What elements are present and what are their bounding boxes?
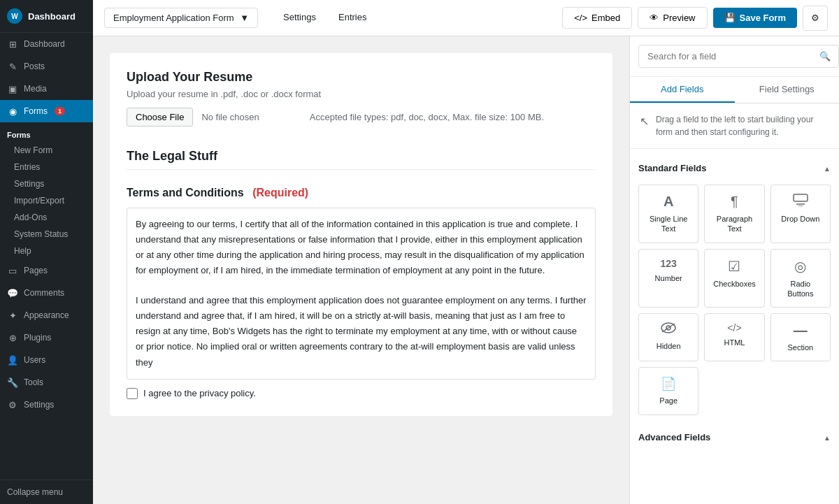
appearance-icon: ✦ xyxy=(7,310,18,321)
dashboard-icon: ⊞ xyxy=(7,38,18,50)
topbar: Employment Application Form ▼ Settings E… xyxy=(93,0,839,36)
privacy-checkbox[interactable] xyxy=(127,388,138,399)
sidebar-logo-label: Dashboard xyxy=(28,11,76,22)
tab-entries[interactable]: Entries xyxy=(327,8,378,28)
preview-label: Preview xyxy=(663,13,695,23)
accepted-types-text: Accepted file types: pdf, doc, docx, Max… xyxy=(310,112,544,122)
panel-hint: ↖ Drag a field to the left to start buil… xyxy=(630,103,839,149)
drag-hint-icon: ↖ xyxy=(640,115,649,128)
sidebar-sub-entries[interactable]: Entries xyxy=(0,159,93,175)
terms-textarea[interactable]: By agreeing to our terms, I certify that… xyxy=(127,208,596,380)
standard-fields-header: Standard Fields xyxy=(638,157,831,179)
embed-button[interactable]: </> Embed xyxy=(562,7,632,29)
save-icon: 💾 xyxy=(724,13,736,23)
sidebar-item-appearance[interactable]: ✦ Appearance xyxy=(0,304,93,326)
field-hidden[interactable]: Hidden xyxy=(638,313,698,361)
sidebar-sub-help[interactable]: Help xyxy=(0,243,93,259)
field-paragraph[interactable]: ¶ Paragraph Text xyxy=(704,185,764,243)
sidebar-sub-import-export[interactable]: Import/Export xyxy=(0,192,93,209)
field-number[interactable]: 123 Number xyxy=(638,249,698,308)
tab-settings[interactable]: Settings xyxy=(272,8,327,28)
svg-line-5 xyxy=(662,324,675,332)
posts-icon: ✎ xyxy=(7,61,18,72)
radio-icon: ◎ xyxy=(794,258,806,275)
svg-rect-0 xyxy=(794,194,808,201)
checkboxes-icon: ☑ xyxy=(728,258,740,275)
form-selector-dropdown[interactable]: Employment Application Form ▼ xyxy=(104,8,258,28)
sidebar-item-label: Tools xyxy=(24,377,43,387)
save-label: Save Form xyxy=(740,13,786,23)
standard-fields-grid: A Single Line Text ¶ Paragraph Text xyxy=(638,185,831,415)
upload-title: Upload Your Resume xyxy=(127,70,596,85)
tools-icon: 🔧 xyxy=(7,377,18,388)
tab-field-settings[interactable]: Field Settings xyxy=(735,77,840,103)
forms-section-title: Forms xyxy=(0,122,93,142)
wp-logo-icon: W xyxy=(7,8,22,24)
topbar-settings-gear[interactable]: ⚙ xyxy=(803,6,828,31)
hidden-icon xyxy=(661,322,676,337)
hint-text: Drag a field to the left to start buildi… xyxy=(656,113,829,138)
gear-icon: ⚙ xyxy=(811,13,819,23)
sidebar-item-label: Pages xyxy=(24,266,48,275)
page-label: Page xyxy=(659,396,677,405)
field-single-line[interactable]: A Single Line Text xyxy=(638,185,698,243)
embed-label: Embed xyxy=(591,13,620,23)
fields-panel: 🔍 Add Fields Field Settings ↖ Drag a fie… xyxy=(629,36,839,504)
sidebar-sub-add-ons[interactable]: Add-Ons xyxy=(0,209,93,226)
field-html[interactable]: </> HTML xyxy=(704,313,764,361)
collapse-menu-button[interactable]: Collapse menu xyxy=(0,480,93,504)
forms-icon: ◉ xyxy=(7,106,18,117)
sidebar-item-dashboard[interactable]: ⊞ Dashboard xyxy=(0,33,93,55)
sidebar-item-plugins[interactable]: ⊕ Plugins xyxy=(0,326,93,349)
sidebar-item-label: Posts xyxy=(24,62,45,71)
sidebar-item-forms[interactable]: ◉ Forms 1 xyxy=(0,100,93,122)
sidebar: W Dashboard ⊞ Dashboard ✎ Posts ▣ Media … xyxy=(0,0,93,504)
advanced-fields-collapse-icon[interactable] xyxy=(824,432,831,442)
field-section[interactable]: — Section xyxy=(770,313,831,361)
sidebar-logo[interactable]: W Dashboard xyxy=(0,0,93,33)
html-icon: </> xyxy=(727,322,741,333)
field-radio[interactable]: ◎ Radio Buttons xyxy=(770,249,831,308)
sidebar-item-media[interactable]: ▣ Media xyxy=(0,78,93,100)
sidebar-item-label: Comments xyxy=(24,288,64,298)
pages-icon: ▭ xyxy=(7,265,18,276)
sidebar-item-comments[interactable]: 💬 Comments xyxy=(0,282,93,304)
upload-description: Upload your resume in .pdf, .doc or .doc… xyxy=(127,89,596,99)
field-checkboxes[interactable]: ☑ Checkboxes xyxy=(704,249,764,308)
sidebar-sub-system-status[interactable]: System Status xyxy=(0,226,93,243)
field-dropdown[interactable]: Drop Down xyxy=(770,185,831,243)
field-page[interactable]: 📄 Page xyxy=(638,367,698,415)
sidebar-sub-new-form[interactable]: New Form xyxy=(0,142,93,159)
dropdown-icon xyxy=(793,194,808,210)
form-canvas: Upload Your Resume Upload your resume in… xyxy=(93,36,629,504)
chevron-down-icon: ▼ xyxy=(240,13,249,23)
forms-badge: 1 xyxy=(55,107,65,115)
paragraph-label: Paragraph Text xyxy=(710,214,758,234)
main-area: Employment Application Form ▼ Settings E… xyxy=(93,0,839,504)
no-file-text: No file chosen xyxy=(201,112,259,122)
tab-add-fields[interactable]: Add Fields xyxy=(630,77,735,103)
privacy-row: I agree to the privacy policy. xyxy=(127,388,596,399)
dropdown-label: Drop Down xyxy=(781,214,819,224)
sidebar-item-settings-bottom[interactable]: ⚙ Settings xyxy=(0,394,93,416)
sidebar-item-pages[interactable]: ▭ Pages xyxy=(0,259,93,282)
search-input[interactable] xyxy=(638,45,839,68)
standard-fields-collapse-icon[interactable] xyxy=(824,163,831,173)
eye-icon: 👁 xyxy=(650,13,659,23)
sidebar-item-label: Users xyxy=(24,355,45,365)
single-line-icon: A xyxy=(664,194,673,210)
content-area: Upload Your Resume Upload your resume in… xyxy=(93,36,839,504)
panel-tabs: Add Fields Field Settings xyxy=(630,77,839,103)
choose-file-button[interactable]: Choose File xyxy=(127,108,193,127)
required-badge: (Required) xyxy=(252,187,308,199)
terms-text-1: By agreeing to our terms, I certify that… xyxy=(136,217,587,278)
section-label: Section xyxy=(787,343,813,352)
advanced-fields-label: Advanced Fields xyxy=(638,432,710,442)
sidebar-sub-settings[interactable]: Settings xyxy=(0,175,93,192)
save-button[interactable]: 💾 Save Form xyxy=(713,8,797,28)
terms-section: Terms and Conditions (Required) By agree… xyxy=(127,187,596,399)
sidebar-item-tools[interactable]: 🔧 Tools xyxy=(0,371,93,394)
preview-button[interactable]: 👁 Preview xyxy=(638,7,707,29)
sidebar-item-users[interactable]: 👤 Users xyxy=(0,349,93,371)
sidebar-item-posts[interactable]: ✎ Posts xyxy=(0,55,93,78)
